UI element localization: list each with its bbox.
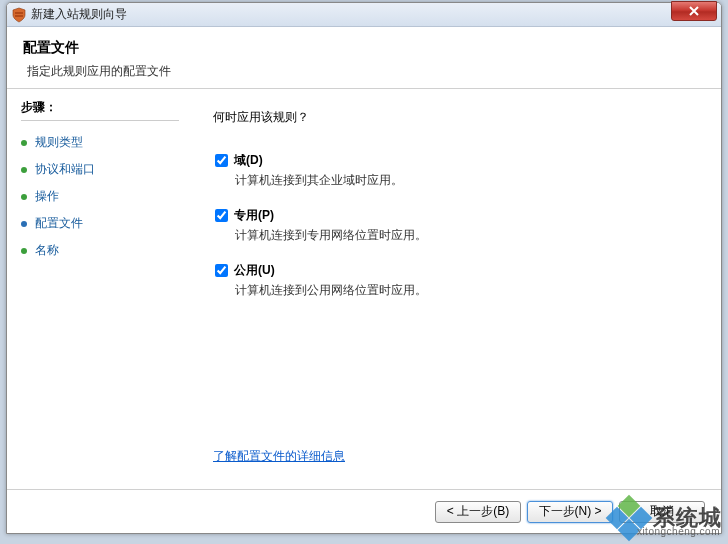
bullet-icon bbox=[21, 194, 27, 200]
checkbox-domain[interactable] bbox=[215, 154, 228, 167]
step-protocol-ports[interactable]: 协议和端口 bbox=[21, 156, 179, 183]
checkbox-domain-label: 域(D) bbox=[234, 152, 263, 169]
checkbox-private[interactable] bbox=[215, 209, 228, 222]
step-action[interactable]: 操作 bbox=[21, 183, 179, 210]
checkbox-private-group: 专用(P) 计算机连接到专用网络位置时应用。 bbox=[213, 207, 699, 244]
checkbox-public-desc: 计算机连接到公用网络位置时应用。 bbox=[235, 282, 699, 299]
step-label: 配置文件 bbox=[35, 215, 83, 232]
wizard-window: 新建入站规则向导 配置文件 指定此规则应用的配置文件 步骤： 规则类型 协议和端… bbox=[6, 2, 722, 534]
next-button[interactable]: 下一步(N) > bbox=[527, 501, 613, 523]
checkbox-domain-group: 域(D) 计算机连接到其企业域时应用。 bbox=[213, 152, 699, 189]
bullet-icon bbox=[21, 221, 27, 227]
titlebar[interactable]: 新建入站规则向导 bbox=[7, 3, 721, 27]
svg-rect-0 bbox=[15, 12, 23, 14]
cancel-button[interactable]: 取消 bbox=[619, 501, 705, 523]
checkbox-public[interactable] bbox=[215, 264, 228, 277]
step-label: 规则类型 bbox=[35, 134, 83, 151]
steps-heading: 步骤： bbox=[21, 99, 179, 116]
window-title: 新建入站规则向导 bbox=[31, 6, 127, 23]
bullet-icon bbox=[21, 140, 27, 146]
learn-more-link[interactable]: 了解配置文件的详细信息 bbox=[213, 448, 699, 465]
close-button[interactable] bbox=[671, 1, 717, 21]
step-rule-type[interactable]: 规则类型 bbox=[21, 129, 179, 156]
page-title: 配置文件 bbox=[23, 39, 705, 57]
step-label: 名称 bbox=[35, 242, 59, 259]
checkbox-public-label: 公用(U) bbox=[234, 262, 275, 279]
step-name[interactable]: 名称 bbox=[21, 237, 179, 264]
step-label: 操作 bbox=[35, 188, 59, 205]
checkbox-public-group: 公用(U) 计算机连接到公用网络位置时应用。 bbox=[213, 262, 699, 299]
close-icon bbox=[688, 6, 700, 16]
step-label: 协议和端口 bbox=[35, 161, 95, 178]
firewall-icon bbox=[11, 7, 27, 23]
back-button[interactable]: < 上一步(B) bbox=[435, 501, 521, 523]
steps-sidebar: 步骤： 规则类型 协议和端口 操作 配置文件 名称 bbox=[7, 89, 189, 489]
page-subtitle: 指定此规则应用的配置文件 bbox=[27, 63, 705, 80]
bullet-icon bbox=[21, 248, 27, 254]
bullet-icon bbox=[21, 167, 27, 173]
checkbox-domain-desc: 计算机连接到其企业域时应用。 bbox=[235, 172, 699, 189]
checkbox-private-desc: 计算机连接到专用网络位置时应用。 bbox=[235, 227, 699, 244]
checkbox-private-label: 专用(P) bbox=[234, 207, 274, 224]
body-pane: 步骤： 规则类型 协议和端口 操作 配置文件 名称 bbox=[7, 89, 721, 489]
header-pane: 配置文件 指定此规则应用的配置文件 bbox=[7, 27, 721, 89]
profile-question: 何时应用该规则？ bbox=[213, 109, 699, 126]
content-pane: 何时应用该规则？ 域(D) 计算机连接到其企业域时应用。 专用(P) 计算机连接… bbox=[189, 89, 721, 489]
svg-rect-1 bbox=[15, 15, 23, 17]
sidebar-divider bbox=[21, 120, 179, 121]
button-bar: < 上一步(B) 下一步(N) > 取消 bbox=[7, 489, 721, 533]
step-profile[interactable]: 配置文件 bbox=[21, 210, 179, 237]
